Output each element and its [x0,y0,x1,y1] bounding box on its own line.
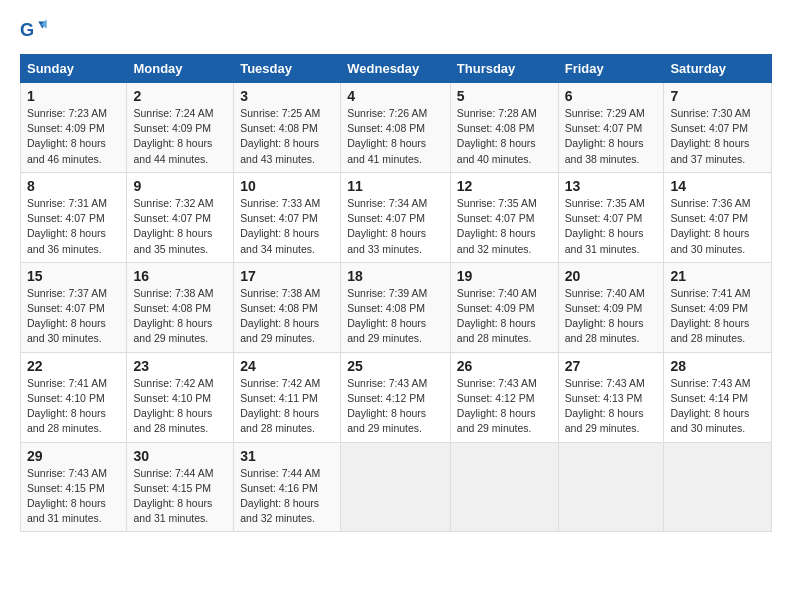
calendar-cell: 13Sunrise: 7:35 AMSunset: 4:07 PMDayligh… [558,172,664,262]
calendar-week-1: 1Sunrise: 7:23 AMSunset: 4:09 PMDaylight… [21,83,772,173]
calendar-cell [341,442,451,532]
calendar-cell: 11Sunrise: 7:34 AMSunset: 4:07 PMDayligh… [341,172,451,262]
day-info: Sunrise: 7:31 AMSunset: 4:07 PMDaylight:… [27,197,107,255]
weekday-header-friday: Friday [558,55,664,83]
calendar-cell: 19Sunrise: 7:40 AMSunset: 4:09 PMDayligh… [450,262,558,352]
day-info: Sunrise: 7:28 AMSunset: 4:08 PMDaylight:… [457,107,537,165]
day-number: 3 [240,88,334,104]
day-number: 4 [347,88,444,104]
day-number: 28 [670,358,765,374]
calendar-cell: 22Sunrise: 7:41 AMSunset: 4:10 PMDayligh… [21,352,127,442]
calendar-cell: 9Sunrise: 7:32 AMSunset: 4:07 PMDaylight… [127,172,234,262]
calendar-cell: 14Sunrise: 7:36 AMSunset: 4:07 PMDayligh… [664,172,772,262]
day-info: Sunrise: 7:42 AMSunset: 4:11 PMDaylight:… [240,377,320,435]
day-number: 17 [240,268,334,284]
weekday-header-monday: Monday [127,55,234,83]
calendar-cell: 17Sunrise: 7:38 AMSunset: 4:08 PMDayligh… [234,262,341,352]
day-number: 20 [565,268,658,284]
calendar-cell: 21Sunrise: 7:41 AMSunset: 4:09 PMDayligh… [664,262,772,352]
day-info: Sunrise: 7:39 AMSunset: 4:08 PMDaylight:… [347,287,427,345]
day-number: 10 [240,178,334,194]
calendar-cell: 1Sunrise: 7:23 AMSunset: 4:09 PMDaylight… [21,83,127,173]
calendar-cell [664,442,772,532]
day-info: Sunrise: 7:34 AMSunset: 4:07 PMDaylight:… [347,197,427,255]
calendar-table: SundayMondayTuesdayWednesdayThursdayFrid… [20,54,772,532]
calendar-week-2: 8Sunrise: 7:31 AMSunset: 4:07 PMDaylight… [21,172,772,262]
day-number: 14 [670,178,765,194]
day-info: Sunrise: 7:43 AMSunset: 4:14 PMDaylight:… [670,377,750,435]
weekday-header-saturday: Saturday [664,55,772,83]
calendar-cell: 15Sunrise: 7:37 AMSunset: 4:07 PMDayligh… [21,262,127,352]
day-number: 24 [240,358,334,374]
day-number: 29 [27,448,120,464]
calendar-cell: 12Sunrise: 7:35 AMSunset: 4:07 PMDayligh… [450,172,558,262]
day-info: Sunrise: 7:44 AMSunset: 4:16 PMDaylight:… [240,467,320,525]
logo-icon: G [20,16,48,44]
calendar-cell: 26Sunrise: 7:43 AMSunset: 4:12 PMDayligh… [450,352,558,442]
calendar-week-5: 29Sunrise: 7:43 AMSunset: 4:15 PMDayligh… [21,442,772,532]
day-info: Sunrise: 7:40 AMSunset: 4:09 PMDaylight:… [565,287,645,345]
calendar-cell: 4Sunrise: 7:26 AMSunset: 4:08 PMDaylight… [341,83,451,173]
weekday-header-thursday: Thursday [450,55,558,83]
day-info: Sunrise: 7:40 AMSunset: 4:09 PMDaylight:… [457,287,537,345]
day-number: 6 [565,88,658,104]
calendar-cell: 5Sunrise: 7:28 AMSunset: 4:08 PMDaylight… [450,83,558,173]
day-number: 26 [457,358,552,374]
day-info: Sunrise: 7:43 AMSunset: 4:12 PMDaylight:… [457,377,537,435]
svg-text:G: G [20,20,34,40]
day-info: Sunrise: 7:35 AMSunset: 4:07 PMDaylight:… [565,197,645,255]
day-info: Sunrise: 7:43 AMSunset: 4:12 PMDaylight:… [347,377,427,435]
day-number: 22 [27,358,120,374]
weekday-header-sunday: Sunday [21,55,127,83]
day-info: Sunrise: 7:26 AMSunset: 4:08 PMDaylight:… [347,107,427,165]
day-info: Sunrise: 7:33 AMSunset: 4:07 PMDaylight:… [240,197,320,255]
calendar-cell: 30Sunrise: 7:44 AMSunset: 4:15 PMDayligh… [127,442,234,532]
calendar-week-4: 22Sunrise: 7:41 AMSunset: 4:10 PMDayligh… [21,352,772,442]
calendar-cell: 28Sunrise: 7:43 AMSunset: 4:14 PMDayligh… [664,352,772,442]
calendar-cell: 2Sunrise: 7:24 AMSunset: 4:09 PMDaylight… [127,83,234,173]
calendar-cell: 24Sunrise: 7:42 AMSunset: 4:11 PMDayligh… [234,352,341,442]
day-number: 5 [457,88,552,104]
day-info: Sunrise: 7:44 AMSunset: 4:15 PMDaylight:… [133,467,213,525]
day-number: 11 [347,178,444,194]
day-number: 13 [565,178,658,194]
day-info: Sunrise: 7:41 AMSunset: 4:10 PMDaylight:… [27,377,107,435]
day-info: Sunrise: 7:43 AMSunset: 4:15 PMDaylight:… [27,467,107,525]
day-number: 9 [133,178,227,194]
calendar-cell: 3Sunrise: 7:25 AMSunset: 4:08 PMDaylight… [234,83,341,173]
day-info: Sunrise: 7:38 AMSunset: 4:08 PMDaylight:… [133,287,213,345]
day-number: 18 [347,268,444,284]
calendar-cell: 25Sunrise: 7:43 AMSunset: 4:12 PMDayligh… [341,352,451,442]
day-info: Sunrise: 7:29 AMSunset: 4:07 PMDaylight:… [565,107,645,165]
page-header: G [20,16,772,44]
day-info: Sunrise: 7:43 AMSunset: 4:13 PMDaylight:… [565,377,645,435]
day-number: 19 [457,268,552,284]
calendar-cell: 10Sunrise: 7:33 AMSunset: 4:07 PMDayligh… [234,172,341,262]
day-info: Sunrise: 7:32 AMSunset: 4:07 PMDaylight:… [133,197,213,255]
calendar-cell: 23Sunrise: 7:42 AMSunset: 4:10 PMDayligh… [127,352,234,442]
calendar-cell: 20Sunrise: 7:40 AMSunset: 4:09 PMDayligh… [558,262,664,352]
weekday-header-tuesday: Tuesday [234,55,341,83]
day-number: 15 [27,268,120,284]
day-number: 1 [27,88,120,104]
day-number: 23 [133,358,227,374]
day-info: Sunrise: 7:36 AMSunset: 4:07 PMDaylight:… [670,197,750,255]
day-number: 12 [457,178,552,194]
day-info: Sunrise: 7:23 AMSunset: 4:09 PMDaylight:… [27,107,107,165]
calendar-cell: 16Sunrise: 7:38 AMSunset: 4:08 PMDayligh… [127,262,234,352]
day-info: Sunrise: 7:42 AMSunset: 4:10 PMDaylight:… [133,377,213,435]
day-number: 21 [670,268,765,284]
day-number: 16 [133,268,227,284]
day-number: 25 [347,358,444,374]
day-number: 30 [133,448,227,464]
calendar-cell: 8Sunrise: 7:31 AMSunset: 4:07 PMDaylight… [21,172,127,262]
calendar-cell [450,442,558,532]
day-info: Sunrise: 7:35 AMSunset: 4:07 PMDaylight:… [457,197,537,255]
day-number: 2 [133,88,227,104]
calendar-cell: 7Sunrise: 7:30 AMSunset: 4:07 PMDaylight… [664,83,772,173]
day-info: Sunrise: 7:41 AMSunset: 4:09 PMDaylight:… [670,287,750,345]
calendar-cell: 31Sunrise: 7:44 AMSunset: 4:16 PMDayligh… [234,442,341,532]
calendar-cell [558,442,664,532]
calendar-cell: 27Sunrise: 7:43 AMSunset: 4:13 PMDayligh… [558,352,664,442]
calendar-cell: 29Sunrise: 7:43 AMSunset: 4:15 PMDayligh… [21,442,127,532]
